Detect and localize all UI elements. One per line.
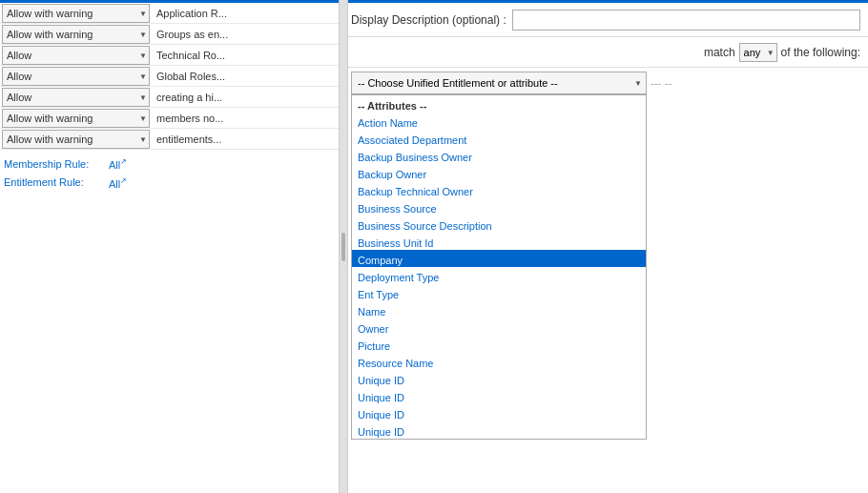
table-row: Allow Allow with warning creating a hi..…	[0, 87, 342, 108]
list-item-owner[interactable]: Owner	[352, 318, 646, 336]
allow-select-wrapper-2[interactable]: Allow warning Allow with warning	[2, 25, 150, 44]
list-item-resource-name[interactable]: Resource Name	[352, 353, 646, 370]
resize-handle-inner	[341, 233, 345, 261]
membership-rule-value[interactable]: All↗	[109, 157, 127, 171]
allow-select-1[interactable]: Allow warning Allow with Allow with warn…	[2, 4, 150, 23]
list-item-picture[interactable]: Picture	[352, 336, 646, 353]
attributes-header: -- Attributes --	[352, 95, 646, 113]
allow-select-wrapper-1[interactable]: Allow warning Allow with Allow with warn…	[2, 4, 150, 23]
list-item-business-source[interactable]: Business Source	[352, 198, 646, 216]
allow-select-5[interactable]: Allow Allow with warning	[2, 88, 150, 107]
list-item-backup-owner[interactable]: Backup Owner	[352, 164, 646, 181]
list-item-associated-dept[interactable]: Associated Department	[352, 130, 646, 147]
list-item-backup-tech-owner[interactable]: Backup Technical Owner	[352, 181, 646, 198]
allow-select-wrapper-6[interactable]: Allow Allow with warning	[2, 109, 150, 128]
table-row: Allow warning Allow with Allow with warn…	[0, 3, 342, 24]
dash-placeholder-1: ---	[651, 77, 661, 89]
rule-text-1: Application R...	[153, 8, 342, 19]
select-wrap-3: Allow Allow with warning	[0, 46, 153, 65]
table-row: Allow Allow with warning entitlements...	[0, 129, 342, 150]
membership-rule-label: Membership Rule:	[4, 158, 109, 170]
list-item-business-source-desc[interactable]: Business Source Description	[352, 216, 646, 233]
list-item-unique-id-1[interactable]: Unique ID	[352, 370, 646, 387]
table-row: Allow Allow with warning Technical Ro...	[0, 45, 342, 66]
membership-rule-row: Membership Rule: All↗	[4, 157, 339, 171]
allow-select-4[interactable]: Allow Allow with warning	[2, 67, 150, 86]
list-item-business-unit-id[interactable]: Business Unit Id	[352, 233, 646, 250]
rule-text-3: Technical Ro...	[153, 50, 342, 61]
select-wrap-2: Allow warning Allow with warning	[0, 25, 153, 44]
entitlement-rule-row: Entitlement Rule: All↗	[4, 176, 339, 190]
list-item-ent-type[interactable]: Ent Type	[352, 284, 646, 301]
allow-select-2[interactable]: Allow warning Allow with warning	[2, 25, 150, 44]
allow-select-wrapper-4[interactable]: Allow Allow with warning	[2, 67, 150, 86]
match-suffix: of the following:	[781, 46, 860, 59]
allow-select-3[interactable]: Allow Allow with warning	[2, 46, 150, 65]
resize-handle[interactable]	[339, 0, 348, 493]
rule-text-5: creating a hi...	[153, 92, 342, 103]
allow-select-wrapper-3[interactable]: Allow Allow with warning	[2, 46, 150, 65]
match-select[interactable]: any all	[739, 43, 777, 62]
rules-table: Allow warning Allow with Allow with warn…	[0, 3, 342, 150]
list-item-unique-id-3[interactable]: Unique ID	[352, 404, 646, 421]
bottom-rules: Membership Rule: All↗ Entitlement Rule: …	[0, 150, 342, 202]
table-row: Allow warning Allow with warning Groups …	[0, 24, 342, 45]
list-item-action-name[interactable]: Action Name	[352, 113, 646, 130]
list-item-backup-business-owner[interactable]: Backup Business Owner	[352, 147, 646, 164]
list-item-unique-id-4[interactable]: Unique ID	[352, 421, 646, 439]
attribute-select-wrap[interactable]: -- Choose Unified Entitlement or attribu…	[351, 72, 647, 94]
select-wrap-4: Allow Allow with warning	[0, 67, 153, 86]
attribute-dropdown-container: -- Choose Unified Entitlement or attribu…	[351, 72, 647, 94]
select-wrap-7: Allow Allow with warning	[0, 130, 153, 149]
list-item-unique-id-2[interactable]: Unique ID	[352, 387, 646, 404]
main-container: Allow warning Allow with Allow with warn…	[0, 0, 868, 493]
entitlement-rule-label: Entitlement Rule:	[4, 176, 109, 188]
rule-text-7: entitlements...	[153, 134, 342, 145]
right-panel: Display Description (optional) : match a…	[343, 0, 868, 493]
list-item-company[interactable]: Company	[352, 250, 646, 267]
table-row: Allow Allow with warning members no...	[0, 108, 342, 129]
attribute-select[interactable]: -- Choose Unified Entitlement or attribu…	[351, 72, 647, 94]
allow-select-6[interactable]: Allow Allow with warning	[2, 109, 150, 128]
allow-select-wrapper-5[interactable]: Allow Allow with warning	[2, 88, 150, 107]
rule-text-4: Global Roles...	[153, 71, 342, 82]
display-desc-input[interactable]	[512, 10, 860, 31]
display-desc-label: Display Description (optional) :	[351, 13, 506, 27]
allow-select-wrapper-7[interactable]: Allow Allow with warning	[2, 130, 150, 149]
select-wrap-6: Allow Allow with warning	[0, 109, 153, 128]
attribute-dropdown-list[interactable]: -- Attributes -- Action Name Associated …	[351, 94, 647, 440]
allow-select-7[interactable]: Allow Allow with warning	[2, 130, 150, 149]
match-label: match	[704, 46, 735, 59]
table-row: Allow Allow with warning Global Roles...	[0, 66, 342, 87]
left-panel: Allow warning Allow with Allow with warn…	[0, 0, 343, 493]
rule-text-6: members no...	[153, 113, 342, 124]
condition-row: -- Choose Unified Entitlement or attribu…	[343, 68, 868, 98]
select-wrap-1: Allow warning Allow with Allow with warn…	[0, 4, 153, 23]
match-row: match any all of the following:	[343, 37, 868, 68]
list-item-deployment-type[interactable]: Deployment Type	[352, 267, 646, 284]
display-desc-bar: Display Description (optional) :	[343, 3, 868, 37]
list-item-name[interactable]: Name	[352, 301, 646, 318]
entitlement-rule-value[interactable]: All↗	[109, 176, 127, 190]
match-select-wrap[interactable]: any all	[739, 43, 777, 62]
rule-text-2: Groups as en...	[153, 29, 342, 40]
select-wrap-5: Allow Allow with warning	[0, 88, 153, 107]
dash-placeholder-2: --	[665, 77, 672, 89]
